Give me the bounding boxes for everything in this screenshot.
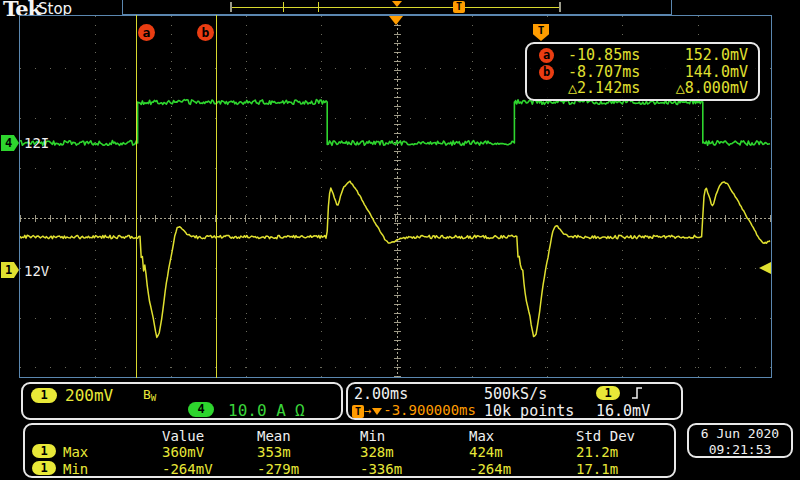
timebase: 2.00ms (354, 385, 408, 403)
col-header-stddev: Std Dev (576, 428, 635, 444)
meas-cell: 17.1m (576, 461, 618, 477)
meas-row1-label: Max (63, 444, 88, 460)
record-cursor-a-tick (283, 2, 284, 12)
record-trigger-icon: T (453, 1, 465, 13)
ch4-coupling-icon: Ω (295, 401, 305, 420)
ch1-scale: 200mV (65, 386, 113, 405)
col-header-value: Value (162, 428, 204, 444)
channel4-trace-label: 12I (24, 135, 49, 151)
ch4-scale: 10.0 A (228, 401, 286, 420)
meas-row2-badge: 1 (32, 461, 56, 475)
ch4-badge: 4 (188, 402, 214, 417)
meas-cell: 353m (257, 444, 291, 460)
meas-cell: 360mV (162, 444, 204, 460)
record-cursor-b-tick (318, 2, 319, 12)
record-bracket-right (559, 2, 561, 12)
meas-cell: -279m (257, 461, 299, 477)
meas-cell: 21.2m (576, 444, 618, 460)
col-header-min: Min (360, 428, 385, 444)
channel4-reference-marker[interactable]: 4 (1, 135, 19, 151)
record-expansion-marker-icon (392, 1, 402, 7)
grid-column (321, 16, 322, 377)
ch1-bandwidth-icon: BW (143, 387, 156, 403)
cursor-readout-box: a -10.85ms 152.0mV b -8.707ms 144.0mV △2… (525, 42, 760, 101)
vertical-axis (397, 16, 398, 377)
cursor-a-badge[interactable]: a (138, 24, 155, 41)
grid-row (20, 268, 771, 269)
down-triangle-icon (372, 408, 382, 415)
meas-cell: -264m (469, 461, 511, 477)
meas-cell: 424m (469, 444, 503, 460)
cursor-delta-time: △2.142ms (568, 80, 640, 97)
record-line (232, 7, 560, 8)
grid-column (171, 16, 172, 377)
record-length: 10k points (484, 402, 574, 420)
grid-column (95, 16, 96, 377)
col-header-mean: Mean (257, 428, 291, 444)
trigger-t-icon: T (352, 405, 364, 418)
channel-status-box[interactable]: 1 200mV BW 4 10.0 A Ω (21, 382, 343, 420)
readout-a-badge: a (539, 48, 554, 63)
meas-cell: 328m (360, 444, 394, 460)
grid-row (20, 168, 771, 169)
channel1-reference-marker[interactable]: 1 (1, 262, 19, 278)
trigger-level: 16.0mV (596, 402, 650, 420)
date-label: 6 Jun 2020 (689, 426, 791, 442)
meas-cell: -264mV (162, 461, 213, 477)
cursor-b-badge[interactable]: b (197, 24, 214, 41)
scope-screen: Tek Stop T a b T 4 1 12I 12V a -10.85ms … (0, 0, 800, 480)
acquisition-preview-bar[interactable]: T (122, 0, 672, 15)
rising-edge-icon (630, 385, 644, 401)
grid-column (472, 16, 473, 377)
grid-column (246, 16, 247, 377)
datetime-box: 6 Jun 2020 09:21:53 (687, 423, 793, 458)
time-label: 09:21:53 (689, 442, 791, 458)
trigger-source-badge: 1 (596, 386, 620, 400)
meas-row1-badge: 1 (32, 444, 56, 458)
cursor-b-line[interactable] (216, 15, 217, 378)
readout-b-badge: b (539, 65, 554, 80)
channel1-trace-label: 12V (24, 263, 49, 279)
meas-row2-label: Min (63, 461, 88, 477)
grid-row (20, 118, 771, 119)
trigger-level-arrow-icon[interactable] (759, 262, 771, 274)
record-bracket-left (230, 2, 232, 12)
sample-rate: 500kS/s (484, 385, 547, 403)
grid-row (20, 367, 771, 368)
cursor-a-value: 152.0mV (685, 47, 748, 64)
ch1-badge: 1 (31, 388, 57, 403)
cursor-delta-value: △8.000mV (676, 80, 748, 97)
expansion-point-icon (389, 16, 403, 25)
measurement-table[interactable]: Value Mean Min Max Std Dev 1 Max 360mV 3… (23, 423, 676, 478)
trigger-delay: T→-3.900000ms (352, 402, 476, 418)
col-header-max: Max (469, 428, 494, 444)
cursor-a-line[interactable] (136, 15, 137, 378)
meas-cell: -336m (360, 461, 402, 477)
grid-row (20, 318, 771, 319)
horizontal-trigger-status-box[interactable]: 2.00ms 500kS/s 1 T→-3.900000ms 10k point… (346, 382, 683, 420)
cursor-a-time: -10.85ms (568, 47, 640, 64)
